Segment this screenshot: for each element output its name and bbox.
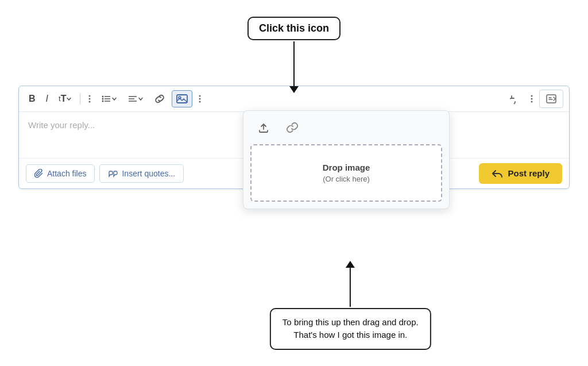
svg-point-1 [89,98,91,99]
italic-button[interactable]: I [42,91,52,107]
svg-point-8 [102,100,104,102]
svg-point-17 [531,95,533,97]
dots-button-2[interactable] [195,91,205,106]
undo-icon [510,94,520,104]
bold-button[interactable]: B [25,91,40,107]
svg-point-2 [89,101,91,102]
upload-tab-button[interactable] [252,118,276,137]
svg-rect-20 [547,95,556,103]
callout-top-bubble: Click this icon [247,17,341,40]
callout-bottom: To bring this up then drag and drop. Tha… [270,267,431,350]
svg-point-15 [199,98,201,99]
more-icon [199,94,201,103]
paperclip-icon [34,169,44,178]
reply-icon [492,168,503,179]
more-toolbar-button[interactable] [527,91,537,106]
svg-point-0 [89,95,91,97]
text-size-button[interactable]: tT [55,91,76,107]
image-insert-popup: Drop image (Or click here) [243,110,450,209]
svg-point-14 [199,95,201,97]
list-button[interactable] [97,91,121,106]
list-icon [101,94,111,103]
dots-icon [88,94,91,103]
image-icon [176,94,188,104]
post-reply-button[interactable]: Post reply [479,163,562,184]
arrow-down-icon [293,41,295,87]
dots-button-1[interactable] [84,91,95,106]
svg-point-19 [531,101,533,102]
link-popup-icon [286,121,299,134]
svg-point-18 [531,98,533,99]
image-insert-button[interactable] [172,90,192,107]
align-button[interactable] [123,91,148,106]
chevron-down-icon [66,96,72,102]
align-chevron-icon [138,96,144,102]
attach-files-button[interactable]: Attach files [26,164,95,183]
svg-point-6 [102,95,104,97]
quote-icon [108,169,118,178]
link-tab-button[interactable] [280,118,304,137]
drop-zone[interactable]: Drop image (Or click here) [250,144,442,202]
editor-container: B I tT [18,86,570,189]
link-button[interactable] [150,91,169,106]
insert-quotes-button[interactable]: Insert quotes... [99,164,184,183]
upload-icon [257,121,270,134]
drop-zone-title: Drop image [263,163,430,172]
editor-placeholder: Write your reply... [28,120,95,130]
drop-zone-sub: (Or click here) [263,175,430,183]
arrow-up-icon [350,267,351,307]
more2-icon [531,94,533,103]
preview-icon [546,94,557,104]
preview-button[interactable] [539,90,563,108]
popup-tabs [250,118,442,137]
callout-bottom-bubble: To bring this up then drag and drop. Tha… [270,308,431,350]
toolbar-right [506,90,563,108]
svg-point-7 [102,98,104,99]
undo-button[interactable] [506,91,524,107]
align-icon [127,94,138,103]
svg-point-16 [199,101,201,102]
svg-rect-12 [177,95,187,103]
link-icon [154,94,165,103]
callout-top: Click this icon [247,17,341,87]
list-chevron-icon [111,96,117,102]
separator-1 [80,93,80,105]
